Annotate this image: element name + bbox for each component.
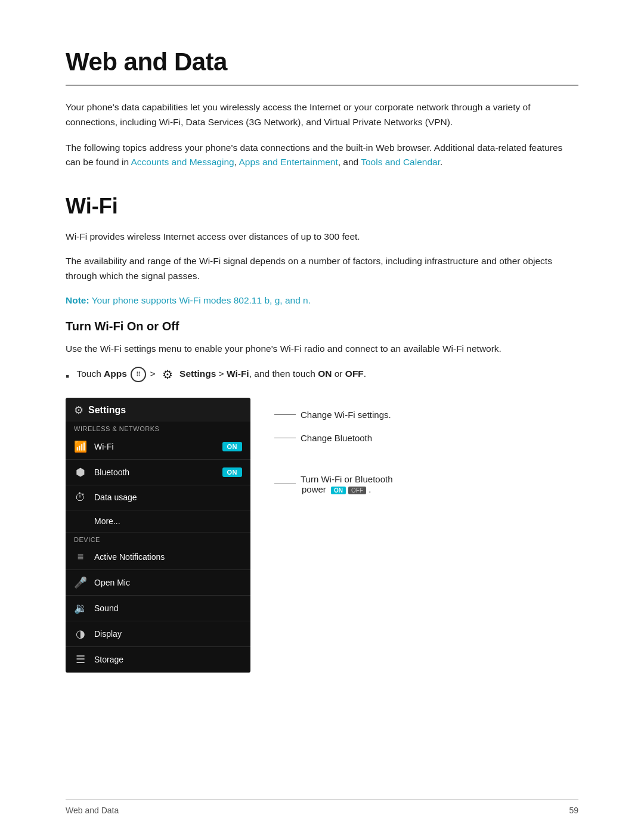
callout-line-3 [274,484,296,484]
callouts-wrapper: Change Wi-Fi settings. Change Bluetooth … [274,398,393,494]
active-notifications-label: Active Notifications [94,552,165,562]
footer-chapter-name: Web and Data [66,806,119,815]
subsection-intro: Use the Wi-Fi settings menu to enable yo… [66,342,578,357]
display-left: ◑ Display [74,627,122,640]
active-notifications-left: ≡ Active Notifications [74,551,165,563]
link-accounts-messaging[interactable]: Accounts and Messaging [131,157,234,167]
intro-paragraph-1: Your phone's data capabilities let you w… [66,100,578,130]
apps-icon: ⠿ [131,367,146,382]
wifi-icon: 📶 [74,440,87,453]
bluetooth-toggle-on[interactable]: ON [222,467,243,477]
page-footer: Web and Data 59 [66,799,578,815]
power-off-badge: OFF [348,487,366,494]
more-row-left: More... [74,516,120,526]
intro-paragraph-2: The following topics address your phone'… [66,141,578,171]
data-usage-row: ⏱ Data usage [66,485,250,510]
storage-left: ☰ Storage [74,653,123,666]
callout-text-1: Change Wi-Fi settings. [301,410,391,420]
device-section-label: DEVICE [66,532,250,545]
subsection-title: Turn Wi-Fi On or Off [66,320,578,333]
screenshot-area: ⚙ Settings WIRELESS & NETWORKS 📶 Wi-Fi O… [66,398,578,673]
link-tools-calendar[interactable]: Tools and Calendar [361,157,440,167]
callout-text-3: Turn Wi-Fi or Bluetooth [301,474,393,484]
footer-page-number: 59 [569,806,578,815]
instruction-text: Touch Apps ⠿ > ⚙ Settings > Wi-Fi, and t… [76,366,366,383]
storage-label: Storage [94,655,123,664]
sound-label: Sound [94,603,118,613]
active-notifications-row: ≡ Active Notifications [66,545,250,570]
wifi-row: 📶 Wi-Fi ON [66,434,250,460]
chapter-divider [66,85,578,86]
bluetooth-label: Bluetooth [94,467,129,477]
more-label: More... [94,516,120,526]
open-mic-row: 🎤 Open Mic [66,570,250,596]
wifi-para-1: Wi-Fi provides wireless Internet access … [66,230,578,244]
storage-row: ☰ Storage [66,647,250,673]
callout-line-2 [274,438,296,438]
wifi-label: Wi-Fi [94,442,114,451]
power-on-badge: ON [331,487,346,494]
callout-text-4: power ON OFF . [302,484,393,494]
phone-screen: ⚙ Settings WIRELESS & NETWORKS 📶 Wi-Fi O… [66,398,250,673]
wifi-section-title: Wi-Fi [66,194,578,219]
phone-header-title: Settings [88,405,126,416]
wifi-para-2: The availability and range of the Wi-Fi … [66,254,578,284]
callout-2: Change Bluetooth [274,433,393,443]
wifi-note: Note: Your phone supports Wi-Fi modes 80… [66,293,578,308]
open-mic-icon: 🎤 [74,576,87,589]
display-icon: ◑ [74,627,87,640]
callout-3: Turn Wi-Fi or Bluetooth power ON OFF . [274,474,393,494]
more-row: More... [66,510,250,532]
data-usage-label: Data usage [94,493,137,502]
phone-screen-header: ⚙ Settings [66,398,250,422]
open-mic-label: Open Mic [94,578,130,587]
settings-gear-icon: ⚙ [159,366,176,383]
open-mic-left: 🎤 Open Mic [74,576,130,589]
bluetooth-row: ⬢ Bluetooth ON [66,460,250,485]
display-label: Display [94,629,122,639]
wifi-toggle-on[interactable]: ON [222,442,243,451]
wifi-row-left: 📶 Wi-Fi [74,440,114,453]
callout-text-2: Change Bluetooth [301,433,372,443]
bluetooth-icon: ⬢ [74,466,87,479]
display-row: ◑ Display [66,621,250,647]
power-inline: ON OFF [331,487,366,494]
sound-left: 🔉 Sound [74,602,118,615]
bluetooth-row-left: ⬢ Bluetooth [74,466,129,479]
sound-row: 🔉 Sound [66,596,250,621]
bullet-instruction: ▪ Touch Apps ⠿ > ⚙ Settings > Wi-Fi, and… [66,366,578,386]
wireless-networks-label: WIRELESS & NETWORKS [66,422,250,434]
active-notifications-icon: ≡ [74,551,87,563]
storage-icon: ☰ [74,653,87,666]
link-apps-entertainment[interactable]: Apps and Entertainment [239,157,338,167]
callout-line-1 [274,414,296,415]
chapter-title: Web and Data [66,48,578,76]
sound-icon: 🔉 [74,602,87,615]
callout-1: Change Wi-Fi settings. [274,410,393,420]
data-usage-icon: ⏱ [74,491,87,504]
bullet-square: ▪ [66,367,69,386]
settings-gear-icon: ⚙ [74,404,83,417]
data-usage-row-left: ⏱ Data usage [74,491,137,504]
